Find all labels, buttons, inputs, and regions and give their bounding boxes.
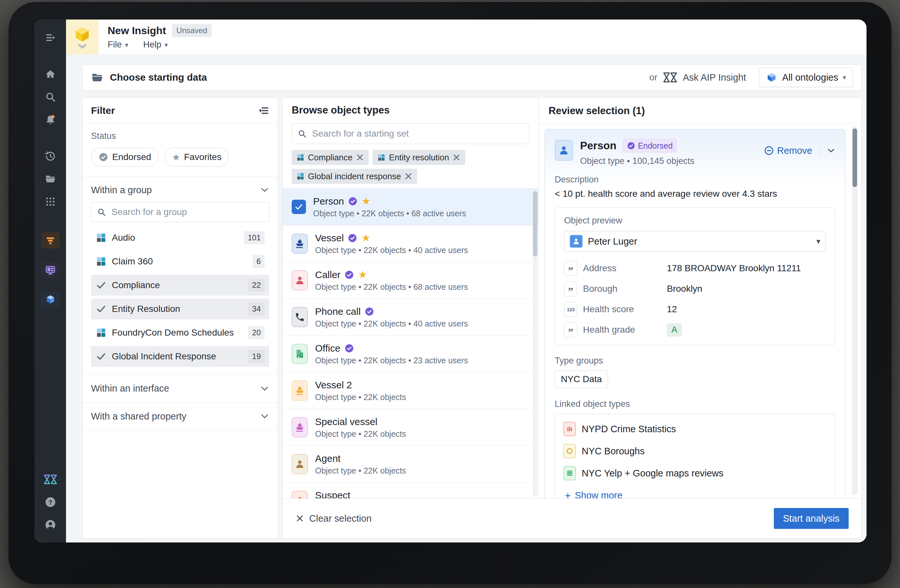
ask-aip-insight-link[interactable]: Ask AIP Insight bbox=[683, 72, 746, 83]
clear-selection-button[interactable]: Clear selection bbox=[296, 513, 372, 524]
description-text: < 10 pt. health score and average review… bbox=[555, 189, 835, 199]
favorite-star-icon: ★ bbox=[358, 270, 367, 280]
object-row-vessel[interactable]: Vessel ★ Object type • 22K objects • 40 … bbox=[282, 225, 538, 262]
object-row-person[interactable]: Person ★ Object type • 22K objects • 68 … bbox=[282, 189, 538, 225]
all-ontologies-button[interactable]: All ontologies ▾ bbox=[759, 68, 853, 87]
folder-open-icon bbox=[91, 71, 103, 84]
chevron-down-icon bbox=[260, 185, 269, 194]
string-property-icon: ” bbox=[564, 261, 577, 276]
app-logo[interactable] bbox=[66, 20, 99, 54]
object-row-agent[interactable]: Agent Object type • 22K objects bbox=[282, 446, 538, 483]
file-menu[interactable]: File ▾ bbox=[108, 40, 129, 50]
home-icon[interactable] bbox=[44, 68, 57, 81]
menu-icon[interactable] bbox=[44, 31, 57, 44]
endorsed-seal-icon bbox=[99, 152, 108, 162]
group-grid-icon bbox=[96, 232, 107, 243]
caret-down-icon: ▾ bbox=[843, 73, 846, 81]
object-row-caller[interactable]: Caller ★ Object type • 22K objects • 68 … bbox=[282, 262, 538, 299]
close-icon[interactable] bbox=[404, 172, 413, 180]
star-icon: ★ bbox=[172, 152, 180, 163]
minus-circle-icon bbox=[764, 146, 774, 155]
group-row-compliance[interactable]: Compliance 22 bbox=[91, 275, 269, 296]
object-preview-select[interactable]: Peter Luger ▾ bbox=[564, 231, 826, 252]
starting-set-search-input[interactable] bbox=[292, 123, 529, 144]
count-badge: 20 bbox=[248, 326, 265, 339]
chevron-down-icon[interactable] bbox=[827, 146, 835, 155]
show-more-button[interactable]: + Show more bbox=[563, 488, 827, 498]
list-icon bbox=[563, 466, 576, 480]
person-checkbox[interactable] bbox=[292, 200, 306, 214]
group-row-foundrycon-demo-schedules[interactable]: FoundryCon Demo Schedules 20 bbox=[91, 322, 269, 343]
aip-logo-icon[interactable] bbox=[44, 473, 57, 486]
review-scroll-area: Person Endorsed Object type • 100,145 ob bbox=[539, 124, 862, 498]
group-grid-icon bbox=[96, 256, 107, 267]
tag-compliance: Compliance bbox=[292, 150, 369, 165]
user-avatar-icon[interactable] bbox=[44, 518, 57, 531]
within-a-group-section-header[interactable]: Within a group bbox=[91, 182, 269, 198]
search-icon bbox=[97, 208, 106, 217]
linked-row-nyc-boroughs[interactable]: NYC Boroughs bbox=[563, 444, 827, 458]
selection-actions-bar: Clear selection Start analysis bbox=[282, 498, 862, 538]
app-window: ? New Insight Unsaved bbox=[34, 20, 866, 543]
title-block: New Insight Unsaved File ▾ Help ▾ bbox=[108, 20, 212, 54]
cube-icon bbox=[766, 71, 777, 83]
group-search-input[interactable] bbox=[91, 202, 269, 222]
person-icon bbox=[569, 235, 583, 248]
help-menu[interactable]: Help ▾ bbox=[143, 40, 168, 50]
group-grid-icon bbox=[377, 153, 386, 161]
history-icon[interactable] bbox=[44, 150, 57, 163]
tag-global-incident-response: Global incident response bbox=[292, 169, 417, 184]
object-row-suspect[interactable]: Suspect Object type • 22K objects bbox=[282, 483, 538, 498]
object-row-office[interactable]: Office Object type • 22K objects • 23 ac… bbox=[282, 336, 538, 372]
close-icon[interactable] bbox=[356, 153, 364, 161]
group-row-audio[interactable]: Audio 101 bbox=[91, 227, 269, 248]
property-row-health-score: 123 Health score 12 bbox=[564, 302, 826, 317]
close-icon[interactable] bbox=[452, 153, 461, 161]
endorsed-filter-pill[interactable]: Endorsed bbox=[91, 147, 159, 166]
object-row-phone-call[interactable]: Phone call Object type • 22K objects • 4… bbox=[282, 299, 538, 336]
description-label: Description bbox=[555, 175, 835, 185]
folder-icon[interactable] bbox=[44, 172, 57, 185]
endorsed-seal-icon bbox=[344, 343, 354, 353]
object-type-list: Person ★ Object type • 22K objects • 68 … bbox=[282, 188, 538, 498]
group-row-entity-resolution[interactable]: Entity Resolution 34 bbox=[91, 299, 269, 320]
linked-row-nyc-yelp-google-maps-reviews[interactable]: NYC Yelp + Google maps reviews bbox=[563, 466, 827, 480]
help-icon[interactable]: ? bbox=[44, 496, 57, 509]
object-preview-box: Object preview Peter Luger ▾ bbox=[555, 208, 835, 345]
start-analysis-button[interactable]: Start analysis bbox=[774, 508, 849, 529]
favorites-filter-pill[interactable]: ★ Favorites bbox=[164, 147, 229, 166]
within-an-interface-section-header[interactable]: Within an interface bbox=[82, 374, 278, 402]
browse-scrollbar-thumb[interactable] bbox=[533, 191, 537, 256]
person-icon bbox=[292, 454, 308, 474]
favorite-star-icon: ★ bbox=[362, 196, 371, 206]
page-title: New Insight bbox=[108, 25, 166, 37]
favorite-star-icon: ★ bbox=[361, 233, 370, 243]
group-row-claim-360[interactable]: Claim 360 6 bbox=[91, 251, 269, 272]
caret-down-icon: ▾ bbox=[816, 237, 820, 246]
type-groups-label: Type groups bbox=[555, 356, 835, 366]
search-icon bbox=[298, 129, 307, 138]
dashboard-app-icon[interactable] bbox=[41, 262, 60, 278]
notifications-bell-icon[interactable] bbox=[44, 113, 57, 126]
close-icon bbox=[296, 514, 304, 523]
selected-object-name: Person bbox=[580, 140, 616, 152]
type-group-tag-nyc-data[interactable]: NYC Data bbox=[555, 371, 608, 388]
collapse-panel-icon[interactable] bbox=[258, 105, 269, 116]
group-grid-icon bbox=[296, 172, 305, 180]
remove-button[interactable]: Remove bbox=[764, 145, 812, 156]
ontology-cube-app-icon[interactable] bbox=[41, 292, 60, 308]
top-bar: New Insight Unsaved File ▾ Help ▾ bbox=[66, 20, 866, 54]
review-scrollbar-thumb[interactable] bbox=[852, 129, 857, 187]
object-row-special-vessel[interactable]: Special vessel Object type • 22K objects bbox=[282, 409, 538, 446]
with-a-shared-property-section-header[interactable]: With a shared property bbox=[82, 402, 278, 430]
apps-grid-icon[interactable] bbox=[44, 195, 57, 208]
health-grade-badge: A bbox=[667, 323, 682, 337]
review-selection-panel: Review selection (1) Person bbox=[538, 98, 862, 498]
funnel-app-icon[interactable] bbox=[41, 232, 60, 248]
group-row-global-incident-response[interactable]: Global Incident Response 19 bbox=[91, 346, 269, 367]
endorsed-badge: Endorsed bbox=[622, 138, 677, 153]
linked-row-nypd-crime-statistics[interactable]: NYPD Crime Statistics bbox=[563, 422, 827, 436]
svg-text:?: ? bbox=[48, 499, 52, 506]
object-row-vessel-2[interactable]: Vessel 2 Object type • 22K objects bbox=[282, 372, 538, 409]
search-icon[interactable] bbox=[44, 90, 57, 104]
